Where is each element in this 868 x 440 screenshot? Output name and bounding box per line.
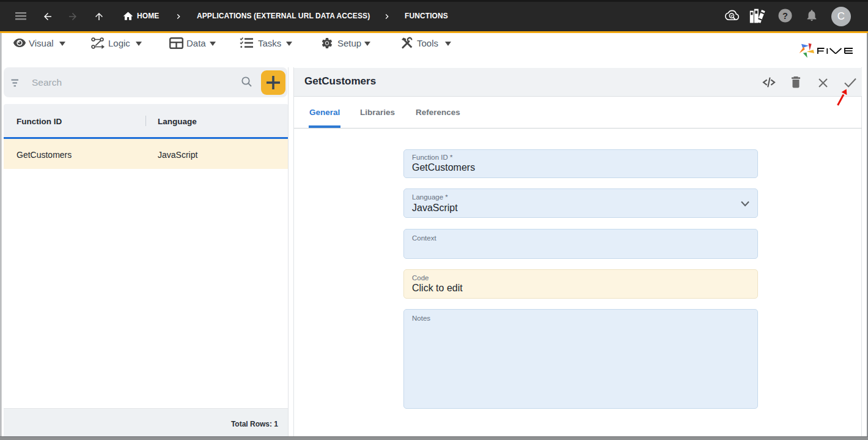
svg-text:?: ? xyxy=(782,11,788,21)
